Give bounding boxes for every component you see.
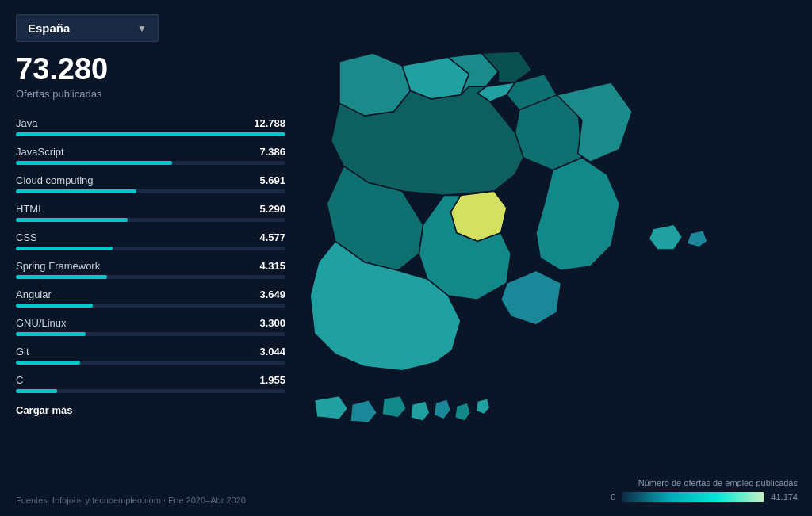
bar-fill <box>16 389 57 393</box>
dropdown-arrow-icon: ▼ <box>137 23 147 34</box>
bar-track <box>16 275 285 279</box>
left-panel: España ▼ 73.280 Ofertas publicadas Java … <box>0 0 301 516</box>
legend-min: 0 <box>611 492 615 502</box>
source-text: Fuentes: Infojobs y tecnoempleo.com · En… <box>16 495 246 505</box>
bar-label: HTML <box>16 203 44 215</box>
bar-item: Spring Framework 4.315 <box>16 260 285 279</box>
bar-item: Java 12.788 <box>16 117 285 136</box>
bar-fill <box>16 189 136 193</box>
bar-fill <box>16 218 128 222</box>
bar-item: HTML 5.290 <box>16 203 285 222</box>
bar-value: 5.691 <box>259 174 285 186</box>
bar-label: Cloud computing <box>16 174 94 186</box>
bar-item: Git 3.044 <box>16 346 285 365</box>
bar-track <box>16 132 285 136</box>
map-container <box>293 0 812 516</box>
bar-label: GNU/Linux <box>16 317 67 329</box>
bar-label: CSS <box>16 231 37 243</box>
bar-track <box>16 247 285 250</box>
bar-label: Java <box>16 117 37 129</box>
bar-item: Cloud computing 5.691 <box>16 174 285 193</box>
bar-item: C 1.955 <box>16 374 285 393</box>
bar-fill <box>16 361 80 365</box>
bar-track <box>16 189 285 193</box>
legend-max: 41.174 <box>771 492 798 502</box>
bar-value: 7.386 <box>259 146 285 158</box>
bar-value: 5.290 <box>259 203 285 215</box>
bar-fill <box>16 132 285 136</box>
bar-track <box>16 389 285 393</box>
legend-bar-row: 0 41.174 <box>611 492 798 502</box>
bar-label: Git <box>16 346 29 357</box>
bar-fill <box>16 247 113 250</box>
bar-value: 1.955 <box>259 374 285 386</box>
spain-map <box>293 0 812 516</box>
bar-fill <box>16 161 172 165</box>
bar-track <box>16 218 285 222</box>
bar-track <box>16 304 285 308</box>
legend-container: Número de ofertas de empleo publicadas 0… <box>611 478 798 502</box>
total-number: 73.280 <box>16 53 285 86</box>
bar-value: 3.300 <box>259 317 285 329</box>
bar-item: CSS 4.577 <box>16 231 285 250</box>
country-dropdown[interactable]: España ▼ <box>16 14 159 42</box>
bar-track <box>16 332 285 336</box>
skills-bar-list: Java 12.788 JavaScript 7.386 Cloud compu… <box>16 117 285 393</box>
legend-title: Número de ofertas de empleo publicadas <box>638 478 798 487</box>
bar-label: Angular <box>16 289 52 300</box>
bar-value: 4.577 <box>259 231 285 243</box>
bar-value: 4.315 <box>259 260 285 272</box>
bar-label: Spring Framework <box>16 260 100 272</box>
bar-fill <box>16 275 107 279</box>
bar-track <box>16 361 285 365</box>
bar-fill <box>16 304 93 308</box>
dropdown-selected: España <box>28 21 70 35</box>
bar-value: 12.788 <box>254 117 285 129</box>
bar-fill <box>16 332 86 336</box>
bar-track <box>16 161 285 165</box>
bar-item: Angular 3.649 <box>16 289 285 308</box>
dropdown-container: España ▼ <box>16 14 285 42</box>
bar-value: 3.044 <box>259 346 285 357</box>
total-label: Ofertas publicadas <box>16 88 285 100</box>
bar-label: JavaScript <box>16 146 64 158</box>
load-more-link[interactable]: Cargar más <box>16 404 73 416</box>
bar-value: 3.649 <box>259 289 285 300</box>
bar-item: GNU/Linux 3.300 <box>16 317 285 336</box>
bar-item: JavaScript 7.386 <box>16 146 285 165</box>
bar-label: C <box>16 374 23 386</box>
legend-gradient <box>622 492 764 502</box>
